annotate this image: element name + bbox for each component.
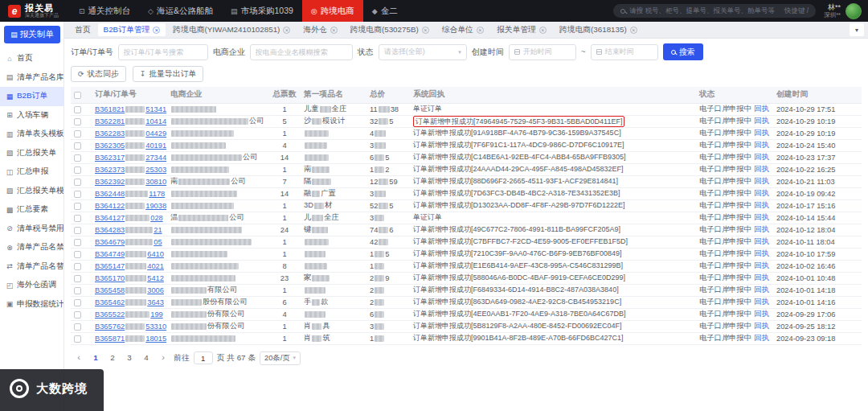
page-number[interactable]: 2 <box>106 351 119 364</box>
page-number[interactable]: 3 <box>123 351 136 364</box>
row-checkbox[interactable] <box>74 142 81 150</box>
order-number-link[interactable]: B36182151341 <box>95 105 166 113</box>
collapse-tabs-button[interactable]: ▾ <box>850 23 864 36</box>
receipt-link[interactable]: 回执 <box>754 322 769 330</box>
row-checkbox[interactable] <box>74 275 81 282</box>
order-number-link[interactable]: B36412219038 <box>95 202 166 210</box>
tab[interactable]: B2B订单管理 × <box>98 23 166 36</box>
receipt-link[interactable]: 回执 <box>754 225 769 233</box>
tab-close-icon[interactable]: × <box>422 27 429 34</box>
top-menu-item[interactable]: ◆ 金二 <box>363 0 407 22</box>
row-checkbox[interactable] <box>74 323 81 331</box>
row-checkbox[interactable] <box>74 106 81 113</box>
page-size-select[interactable]: 20条/页 ▾ <box>260 351 301 365</box>
order-number-link[interactable]: B364127028 <box>95 214 163 222</box>
receipt-link[interactable]: 回执 <box>754 237 769 245</box>
receipt-link[interactable]: 回执 <box>754 201 769 209</box>
tab-close-icon[interactable]: × <box>283 27 290 34</box>
receipt-link[interactable]: 回执 <box>754 213 769 221</box>
row-checkbox[interactable] <box>74 166 81 174</box>
order-number-link[interactable]: B36587118015 <box>95 335 166 343</box>
top-menu-item[interactable]: ◇ 海运&公路船舶 <box>139 0 222 22</box>
sidebar-item[interactable]: ◫ 汇总申报 <box>0 162 63 182</box>
user-info[interactable]: 林** 深圳** <box>824 3 862 19</box>
receipt-link[interactable]: 回执 <box>754 105 769 113</box>
tab[interactable]: 报关单管理 × <box>491 23 552 36</box>
tab[interactable]: 首页 × <box>69 23 96 36</box>
order-number-link[interactable]: B36230540191 <box>95 142 166 150</box>
row-checkbox[interactable] <box>74 203 81 210</box>
order-number-link[interactable]: B3647496410 <box>95 250 164 258</box>
sidebar-item[interactable]: ▧ 汇总报关单 <box>0 144 63 163</box>
sidebar-item[interactable]: ▩ 汇总要素 <box>0 200 63 220</box>
order-number-link[interactable]: B36231727344 <box>95 154 166 162</box>
global-search-input[interactable]: 请搜 税号、柜号、提单号、报关单号、舱单号等 快捷键 / <box>613 4 816 18</box>
receipt-link[interactable]: 回执 <box>754 249 769 257</box>
order-number-link[interactable]: B36467905 <box>95 238 162 246</box>
row-checkbox[interactable] <box>74 311 81 319</box>
order-number-link[interactable]: B3624481178 <box>95 190 165 198</box>
order-search-input[interactable] <box>118 44 208 60</box>
top-menu-item[interactable]: ⊡ 通关控制台 <box>70 0 139 22</box>
sidebar-item[interactable]: ▦ B2B订单 <box>0 87 63 106</box>
row-checkbox[interactable] <box>74 287 81 294</box>
end-date-input[interactable]: 结束时间 <box>591 44 658 60</box>
sidebar-item[interactable]: ⊞ 入场车辆 <box>0 106 63 125</box>
tab-close-icon[interactable]: × <box>539 27 547 34</box>
order-number-link[interactable]: B3651474021 <box>95 262 164 270</box>
order-number-link[interactable]: B36576253310 <box>95 323 166 331</box>
tab[interactable]: 综合单位 × <box>436 23 489 36</box>
user-avatar[interactable] <box>845 3 862 19</box>
row-checkbox[interactable] <box>74 263 81 270</box>
start-date-input[interactable]: 开始时间 <box>509 44 576 60</box>
receipt-link[interactable]: 回执 <box>754 153 769 161</box>
tab[interactable]: 海外仓 × <box>297 23 342 36</box>
receipt-link[interactable]: 回执 <box>754 273 769 282</box>
receipt-link[interactable]: 回执 <box>754 117 769 125</box>
sidebar-item[interactable]: ▨ 汇总报关单模板 <box>0 182 63 201</box>
order-number-link[interactable]: B3654623643 <box>95 298 164 306</box>
receipt-link[interactable]: 回执 <box>754 310 769 318</box>
receipt-link[interactable]: 回执 <box>754 334 769 342</box>
next-page-button[interactable]: › <box>157 351 170 364</box>
receipt-link[interactable]: 回执 <box>754 165 769 173</box>
export-orders-button[interactable]: ↧ 批量导出订单 <box>133 66 203 82</box>
search-button[interactable]: 搜索 <box>663 43 703 60</box>
receipt-link[interactable]: 回执 <box>754 298 769 306</box>
receipt-link[interactable]: 回执 <box>754 129 769 137</box>
status-select[interactable]: 请选择(全部) ▾ <box>379 44 467 60</box>
sidebar-item[interactable]: ◰ 海外仓函调 <box>0 276 63 295</box>
row-checkbox[interactable] <box>74 299 81 306</box>
sidebar-item[interactable]: ▣ 申报数据统计 <box>0 295 63 314</box>
row-checkbox[interactable] <box>74 251 81 258</box>
order-number-link[interactable]: B36237325303 <box>95 166 166 174</box>
order-number-link[interactable]: B365522199 <box>95 310 163 319</box>
status-sync-button[interactable]: ⟳ 状态同步 <box>71 66 126 82</box>
sidebar-item[interactable]: ▤ 清单产品名库 <box>0 68 63 88</box>
goto-page-input[interactable] <box>194 351 213 364</box>
sidebar-item[interactable]: ⊘ 清单税号禁用 <box>0 220 63 239</box>
receipt-link[interactable]: 回执 <box>754 177 769 185</box>
company-search-input[interactable] <box>250 44 353 60</box>
sidebar-item[interactable]: ⊗ 清单产品名禁用 <box>0 238 63 257</box>
receipt-link[interactable]: 回执 <box>754 261 769 269</box>
tab[interactable]: 跨境电商(530275B) × <box>345 23 435 36</box>
tab[interactable]: 跨境电商(3618135) × <box>554 23 643 36</box>
order-number-link[interactable]: B3651705412 <box>95 274 164 282</box>
order-number-link[interactable]: B36228110414 <box>95 117 166 125</box>
tab[interactable]: 跨境电商(YIWAM2410102851) × <box>167 23 296 36</box>
row-checkbox[interactable] <box>74 179 81 186</box>
receipt-link[interactable]: 回执 <box>754 286 769 294</box>
row-checkbox[interactable] <box>74 215 81 222</box>
sidebar-item[interactable]: ⌂ 首页 <box>0 49 63 68</box>
page-number[interactable]: 1 <box>89 351 102 364</box>
sidebar-item[interactable]: ▥ 清单表头模板 <box>0 125 63 144</box>
create-declaration-button[interactable]: ▤ 报关制单 <box>4 26 60 43</box>
tab-close-icon[interactable]: × <box>630 27 637 34</box>
row-checkbox[interactable] <box>74 239 81 246</box>
order-number-link[interactable]: B3654583006 <box>95 286 164 294</box>
row-checkbox[interactable] <box>74 118 81 125</box>
prev-page-button[interactable]: ‹ <box>72 351 85 364</box>
sidebar-item[interactable]: ⇄ 清单产品名替换 <box>0 257 63 277</box>
order-number-link[interactable]: B36228304429 <box>95 129 166 138</box>
